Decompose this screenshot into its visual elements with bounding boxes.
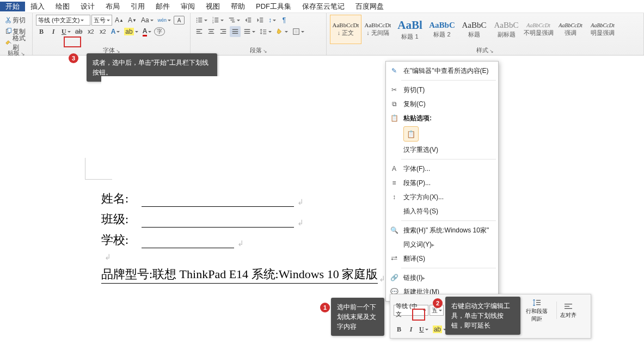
bold-button[interactable]: B [36,26,47,37]
cut-button[interactable]: 剪切 [3,15,27,26]
strikethrough-button[interactable]: ab [73,26,84,37]
style-item-0[interactable]: AaBbCcDt↓ 正文 [330,15,361,44]
mini-linespacing-group[interactable]: 行和段落间距 [520,298,553,323]
style-item-3[interactable]: AaBbC标题 2 [426,15,458,44]
ctx-reconvert[interactable]: 汉字重选(V) [386,143,498,157]
svg-rect-25 [197,29,203,30]
svg-rect-29 [210,31,213,32]
borders-button[interactable] [291,26,306,37]
align-right-button[interactable] [218,26,229,37]
ctx-link[interactable]: 🔗链接(I) [386,271,498,285]
ctx-copy[interactable]: ⧉复制(C) [386,97,498,111]
font-name-select[interactable]: 等线 (中文正文) [36,15,90,26]
ctx-paste-option-1[interactable]: 📋 [403,126,419,142]
distribute-button[interactable] [242,26,257,37]
ctx-insert-symbol[interactable]: 插入符号(S) [386,204,498,218]
style-item-8[interactable]: AaBbCcDt明显强调 [587,15,618,44]
svg-rect-26 [197,31,200,32]
mini-italic[interactable]: I [406,324,416,335]
paragraph-icon: ≡ [390,179,398,187]
ctx-cut[interactable]: ✂剪切(T) [386,83,498,97]
line-spacing-button[interactable] [258,26,273,37]
svg-rect-24 [260,22,263,22]
style-item-2[interactable]: AaBl标题 1 [394,15,426,44]
tab-references[interactable]: 引用 [125,2,150,11]
ctx-search[interactable]: 🔍搜索(H)" 系统:Windows 10家" [386,223,498,237]
decrease-indent-button[interactable] [243,15,254,26]
align-left-button[interactable] [194,26,205,37]
style-item-5[interactable]: AaBbC副标题 [490,15,522,44]
mini-bold[interactable]: B [394,324,404,335]
change-case-button[interactable]: Aa [139,15,155,26]
svg-rect-49 [536,300,541,300]
svg-rect-38 [244,31,250,32]
svg-rect-21 [248,22,251,22]
show-marks-button[interactable]: ¶ [279,15,290,26]
svg-rect-27 [197,33,203,34]
svg-text:3: 3 [212,21,214,24]
shading-button[interactable] [274,26,290,37]
mini-align-group[interactable]: 左对齐 [556,302,580,319]
tab-mailings[interactable]: 邮件 [150,2,175,11]
doc-underline-name[interactable] [142,194,294,207]
align-center-button[interactable] [206,26,217,37]
translate-icon: ⮂ [390,254,398,263]
ctx-translate[interactable]: ⮂翻译(S) [386,251,498,266]
mini-font-select[interactable]: 等线 (中文 [394,305,428,316]
doc-underline-class[interactable] [142,214,294,228]
style-item-4[interactable]: AaBbC标题 [458,15,490,44]
paragraph-mark-icon: ↲ [237,239,244,248]
doc-underline-school[interactable] [142,235,234,248]
bullets-button[interactable] [194,15,209,26]
format-painter-button[interactable]: 格式刷 [3,38,29,48]
increase-indent-button[interactable] [255,15,266,26]
circle-char-button[interactable]: 字 [154,27,165,36]
numbering-button[interactable]: 123 [210,15,225,26]
svg-rect-22 [260,18,263,19]
svg-rect-17 [230,20,234,20]
char-border-button[interactable]: A [174,16,185,24]
linespacing-icon [532,298,542,308]
ctx-view-in-editor[interactable]: ✎在"编辑器"中查看所选内容(E) [386,64,498,78]
decrease-font-button[interactable]: A▼ [126,15,138,26]
tab-help[interactable]: 帮助 [225,2,250,11]
mini-size-select[interactable]: 五 [430,305,444,316]
tab-pdf[interactable]: PDF工具集 [250,2,297,11]
tab-insert[interactable]: 插入 [25,2,50,11]
tab-baidu[interactable]: 百度网盘 [350,2,389,11]
style-item-7[interactable]: AaBbCcDt强调 [555,15,586,44]
paragraph-mark-icon: ↲ [105,253,111,262]
tab-design[interactable]: 设计 [75,2,100,11]
tab-review[interactable]: 审阅 [175,2,200,11]
tab-view[interactable]: 视图 [200,2,225,11]
tab-draw[interactable]: 绘图 [50,2,75,11]
sort-button[interactable]: ↕ [267,15,278,26]
subscript-button[interactable]: x2 [85,26,96,37]
style-item-6[interactable]: AaBbCcDt不明显强调 [523,15,554,44]
phonetic-button[interactable]: wén [156,15,173,26]
doc-label-class: 班级: [101,211,142,228]
doc-brand-line[interactable]: 品牌型号:联想 ThinkPad E14 系统:Windows 10 家庭版 [101,266,378,284]
italic-button[interactable]: I [48,26,59,37]
underline-button[interactable]: U [60,26,72,37]
superscript-button[interactable]: x2 [97,26,108,37]
multilevel-button[interactable] [226,15,242,26]
callout-1-tooltip: 选中前一个下划线末尾及文字内容 [331,298,384,336]
ctx-paragraph[interactable]: ≡段落(P)... [386,176,498,190]
font-size-select[interactable]: 五号 [91,15,112,26]
tab-cloud[interactable]: 保存至云笔记 [297,2,350,11]
ctx-synonyms[interactable]: 同义词(Y) [386,237,498,251]
highlight-button[interactable]: ab [122,26,139,37]
tab-layout[interactable]: 布局 [100,2,125,11]
ctx-text-dir[interactable]: ↕文字方向(X)... [386,190,498,204]
align-justify-button[interactable] [230,26,241,37]
text-effects-button[interactable]: A [109,26,122,37]
mini-underline[interactable]: U [418,324,430,335]
style-item-1[interactable]: AaBbCcDt↓ 无间隔 [362,15,394,44]
doc-label-school: 学校: [101,232,142,248]
clipboard-group-label: 贴板 [3,48,29,58]
tab-start[interactable]: 开始 [0,2,25,11]
increase-font-button[interactable]: A▲ [113,15,125,26]
font-color-button[interactable]: A [141,26,154,37]
ctx-font[interactable]: A字体(F)... [386,162,498,176]
